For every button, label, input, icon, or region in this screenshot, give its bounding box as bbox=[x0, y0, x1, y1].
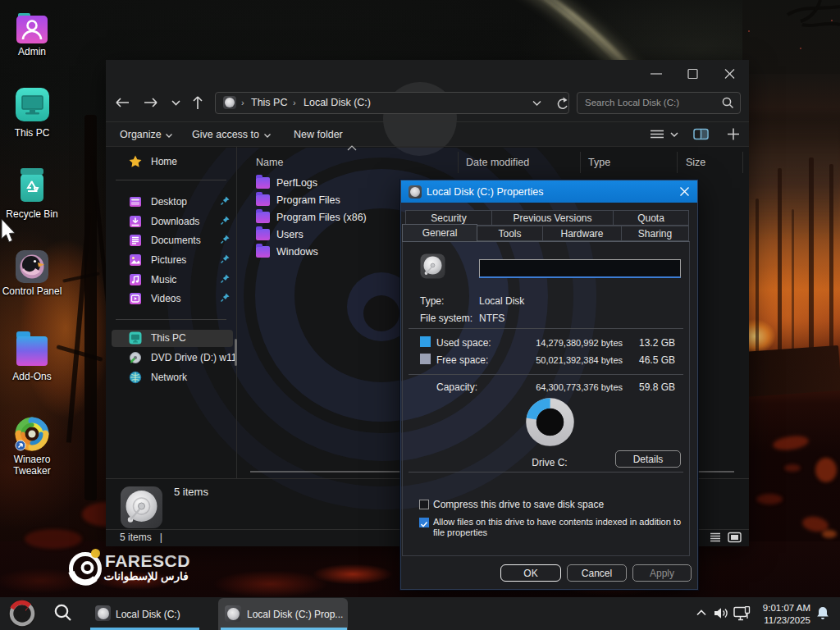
svg-text:FARESCD: FARESCD bbox=[105, 551, 190, 570]
svg-text:فارس للإسطوانات: فارس للإسطوانات bbox=[103, 570, 188, 583]
